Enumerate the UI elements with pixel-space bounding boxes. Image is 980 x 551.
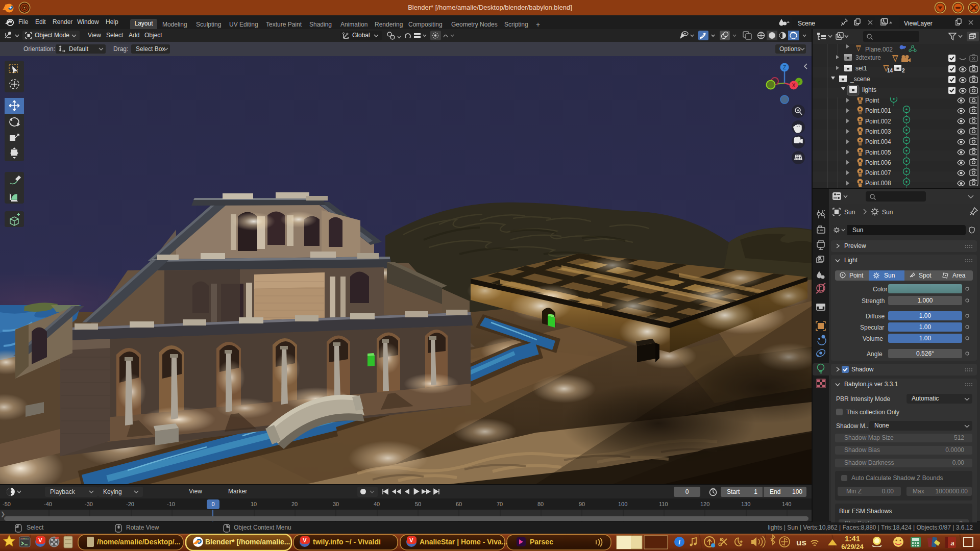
svg-text:Point.007: Point.007 [865, 169, 891, 177]
svg-text:Point.005: Point.005 [865, 149, 891, 156]
svg-text:Plane.002: Plane.002 [865, 46, 893, 53]
svg-text:Point.002: Point.002 [865, 118, 891, 125]
svg-text:set1: set1 [855, 65, 867, 72]
svg-text:Point: Point [865, 97, 879, 104]
svg-text:us: us [796, 538, 806, 547]
svg-text:6/29/24: 6/29/24 [841, 543, 864, 550]
svg-text:V: V [409, 537, 413, 543]
svg-text:Point.004: Point.004 [865, 138, 891, 145]
svg-text:a: a [950, 539, 954, 547]
svg-text:i: i [678, 538, 680, 546]
svg-text:twily.info ~/ - Vivaldi: twily.info ~/ - Vivaldi [313, 538, 381, 546]
svg-text:V: V [38, 537, 42, 543]
svg-text:X: X [792, 83, 796, 88]
svg-text:Parsec: Parsec [530, 538, 553, 546]
svg-text:V: V [303, 537, 307, 543]
svg-text:14: 14 [887, 68, 893, 73]
svg-text:2: 2 [902, 68, 905, 73]
svg-text:Point.006: Point.006 [865, 159, 891, 166]
svg-text:Point.003: Point.003 [865, 128, 891, 135]
svg-text:Sun: Sun [844, 209, 855, 216]
svg-text:Point.008: Point.008 [865, 180, 891, 187]
svg-text:Blender* [/home/amalie...: Blender* [/home/amalie... [205, 538, 290, 546]
svg-text:_scene: _scene [850, 76, 870, 83]
svg-text:1:41: 1:41 [845, 534, 860, 543]
svg-text:lights: lights [862, 86, 876, 93]
svg-text:3dtexture: 3dtexture [855, 54, 881, 61]
svg-text:Point.001: Point.001 [865, 107, 891, 114]
svg-text:Sun: Sun [882, 209, 893, 216]
svg-text:/home/amalie/Desktop/...: /home/amalie/Desktop/... [97, 538, 180, 546]
svg-text:Z: Z [783, 65, 786, 70]
svg-text:AnalieStar | Home - Viva...: AnalieStar | Home - Viva... [420, 538, 508, 546]
